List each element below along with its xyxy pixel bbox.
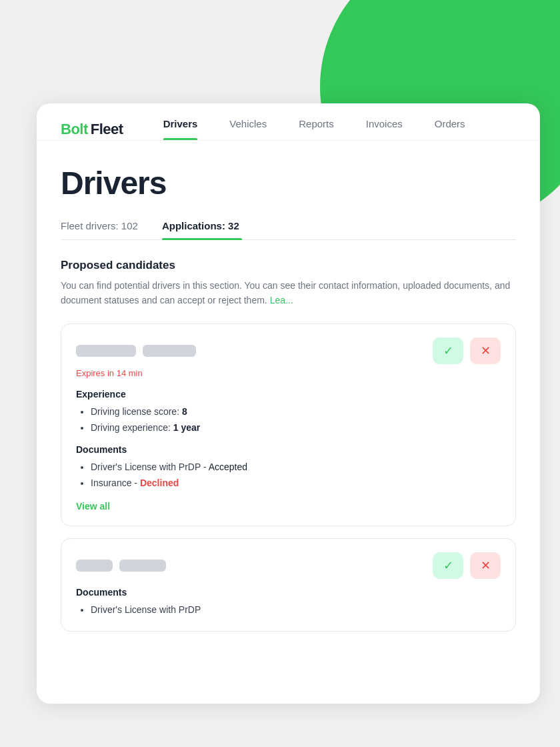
- candidate-card-1: ✓ ✕ Expires in 14 min Experience Driving…: [61, 323, 516, 526]
- nav-item-invoices[interactable]: Invoices: [350, 118, 419, 140]
- experience-value-1: 8: [182, 406, 187, 417]
- name-placeholder-1: [76, 345, 196, 357]
- experience-title: Experience: [76, 389, 501, 400]
- name-bar-1: [76, 345, 136, 357]
- nav-item-reports[interactable]: Reports: [283, 118, 350, 140]
- decline-button-2[interactable]: ✕: [470, 552, 501, 579]
- nav-bar: Bolt Fleet Drivers Vehicles Reports Invo…: [37, 103, 540, 141]
- page-title: Drivers: [61, 165, 516, 201]
- name-bar-2: [143, 345, 196, 357]
- learn-more-link[interactable]: Lea...: [270, 295, 293, 305]
- documents-title-1: Documents: [76, 444, 501, 455]
- document-item-1: Driver's License with PrDP - Accepted: [91, 460, 501, 476]
- name-placeholder-2: [76, 560, 166, 572]
- doc-status-2: Declined: [140, 478, 179, 488]
- experience-list: Driving license score: 8 Driving experie…: [76, 404, 501, 436]
- page-content: Drivers Fleet drivers: 102 Applications:…: [37, 141, 540, 632]
- document-item-2: Insurance - Declined: [91, 476, 501, 492]
- nav-items: Drivers Vehicles Reports Invoices Orders: [147, 118, 516, 140]
- tabs: Fleet drivers: 102 Applications: 32: [61, 220, 516, 240]
- documents-title-2: Documents: [76, 587, 501, 598]
- section-title: Proposed candidates: [61, 259, 516, 272]
- card-header-1: ✓ ✕: [76, 337, 501, 364]
- logo-fleet: Fleet: [91, 121, 123, 138]
- action-buttons-2: ✓ ✕: [433, 552, 501, 579]
- doc-status-1: Accepted: [209, 462, 247, 472]
- view-all-link-1[interactable]: View all: [76, 501, 110, 512]
- candidate-card-2: ✓ ✕ Documents Driver's License with PrDP: [61, 538, 516, 632]
- accept-button-1[interactable]: ✓: [433, 337, 463, 364]
- document-item-3: Driver's License with PrDP: [91, 602, 501, 618]
- documents-list-1: Driver's License with PrDP - Accepted In…: [76, 460, 501, 492]
- expires-text-1: Expires in 14 min: [76, 368, 501, 378]
- logo[interactable]: Bolt Fleet: [61, 121, 123, 138]
- experience-value-2: 1 year: [173, 422, 200, 433]
- action-buttons-1: ✓ ✕: [433, 337, 501, 364]
- name-bar-3: [76, 560, 113, 572]
- tab-applications[interactable]: Applications: 32: [162, 220, 242, 239]
- experience-item-1: Driving license score: 8: [91, 404, 501, 420]
- name-bar-4: [119, 560, 166, 572]
- nav-item-drivers[interactable]: Drivers: [147, 118, 214, 140]
- nav-item-vehicles[interactable]: Vehicles: [213, 118, 283, 140]
- section-desc: You can find potential drivers in this s…: [61, 279, 516, 307]
- documents-list-2: Driver's License with PrDP: [76, 602, 501, 618]
- tab-fleet-drivers[interactable]: Fleet drivers: 102: [61, 220, 141, 239]
- experience-item-2: Driving experience: 1 year: [91, 420, 501, 436]
- decline-button-1[interactable]: ✕: [470, 337, 501, 364]
- logo-bolt: Bolt: [61, 121, 88, 138]
- card-header-2: ✓ ✕: [76, 552, 501, 579]
- accept-button-2[interactable]: ✓: [433, 552, 463, 579]
- nav-item-orders[interactable]: Orders: [419, 118, 481, 140]
- main-card: Bolt Fleet Drivers Vehicles Reports Invo…: [37, 103, 540, 704]
